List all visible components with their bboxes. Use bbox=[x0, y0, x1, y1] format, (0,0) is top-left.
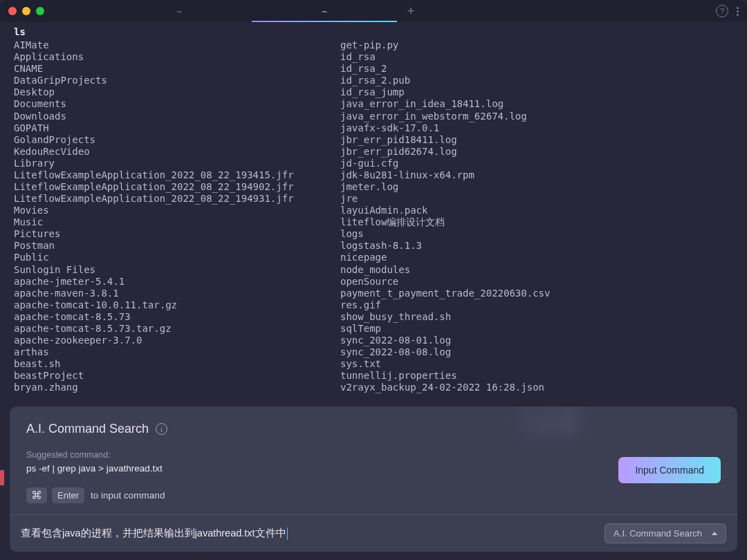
file-item: LiteflowExampleApplication_2022_08_22_19… bbox=[14, 193, 340, 205]
info-icon[interactable]: i bbox=[156, 423, 167, 435]
ls-output: AIMateApplicationsCNAMEDataGripProjectsD… bbox=[14, 39, 733, 393]
file-item: id_rsa_2.pub bbox=[340, 75, 733, 86]
more-menu-icon[interactable] bbox=[737, 7, 739, 16]
file-item: LiteflowExampleApplication_2022_08_22_19… bbox=[14, 169, 340, 181]
file-item: show_busy_thread.sh bbox=[340, 311, 733, 323]
file-item: beast.sh bbox=[14, 358, 340, 370]
file-item: logs bbox=[340, 228, 733, 240]
file-item: sync_2022-08-08.log bbox=[340, 346, 733, 358]
enter-key-badge: Enter bbox=[52, 487, 84, 503]
file-item: sync_2022-08-01.log bbox=[340, 335, 733, 346]
suggested-label: Suggested command: bbox=[26, 450, 618, 460]
new-tab-button[interactable]: + bbox=[397, 0, 425, 22]
minimize-window-button[interactable] bbox=[22, 7, 30, 15]
file-item: DataGripProjects bbox=[14, 75, 340, 86]
cmd-key-icon: ⌘ bbox=[26, 487, 47, 503]
ai-panel-title: A.I. Command Search i bbox=[26, 422, 721, 436]
tab-1[interactable]: ~ bbox=[107, 0, 252, 22]
suggested-command-text: ps -ef | grep java > javathread.txt bbox=[26, 463, 618, 474]
file-item: node_modules bbox=[340, 264, 733, 276]
file-item: res.gif bbox=[340, 299, 733, 311]
file-item: CNAME bbox=[14, 63, 340, 75]
suggested-section: Suggested command: ps -ef | grep java > … bbox=[26, 450, 618, 503]
plus-icon: + bbox=[407, 4, 415, 19]
file-item: Movies bbox=[14, 205, 340, 216]
tab-label: ~ bbox=[176, 6, 182, 17]
close-window-button[interactable] bbox=[8, 7, 17, 15]
file-item: apache-tomcat-8.5.73 bbox=[14, 311, 340, 323]
file-column-1: AIMateApplicationsCNAMEDataGripProjectsD… bbox=[14, 39, 340, 393]
file-item: jbr_err_pid62674.log bbox=[340, 146, 733, 158]
file-item: java_error_in_webstorm_62674.log bbox=[340, 111, 733, 122]
file-item: bryan.zhang bbox=[14, 382, 340, 393]
file-item: id_rsa bbox=[340, 51, 733, 63]
ai-panel-footer: 查看包含java的进程，并把结果输出到javathread.txt文件中 A.I… bbox=[10, 514, 737, 552]
file-item: Desktop bbox=[14, 86, 340, 98]
file-item: apache-maven-3.8.1 bbox=[14, 288, 340, 299]
file-item: apache-tomcat-10.0.11.tar.gz bbox=[14, 299, 340, 311]
ai-search-input[interactable]: 查看包含java的进程，并把结果输出到javathread.txt文件中 bbox=[21, 527, 605, 540]
error-indicator bbox=[0, 470, 4, 485]
maximize-window-button[interactable] bbox=[36, 7, 44, 15]
terminal-window: ~ ~ + ? ls AIMateApplicationsCNAMEDataGr… bbox=[0, 0, 747, 560]
ai-command-panel: A.I. Command Search i Suggested command:… bbox=[10, 407, 737, 552]
file-item: jmeter.log bbox=[340, 181, 733, 193]
file-item: tunnellij.properties bbox=[340, 370, 733, 382]
file-item: GolandProjects bbox=[14, 134, 340, 146]
file-item: Postman bbox=[14, 240, 340, 252]
file-item: jbr_err_pid18411.log bbox=[340, 134, 733, 146]
file-item: liteflow编排设计文档 bbox=[340, 216, 733, 228]
file-item: Sunlogin Files bbox=[14, 264, 340, 276]
chevron-up-icon bbox=[712, 532, 717, 535]
file-item: logstash-8.1.3 bbox=[340, 240, 733, 252]
file-item: javafx-sdk-17.0.1 bbox=[340, 122, 733, 134]
tabs-bar: ~ ~ + bbox=[107, 0, 425, 22]
file-item: sys.txt bbox=[340, 358, 733, 370]
ai-mode-dropdown[interactable]: A.I. Command Search bbox=[605, 523, 726, 543]
help-icon[interactable]: ? bbox=[716, 5, 728, 17]
text-cursor bbox=[287, 528, 288, 540]
file-item: sqlTemp bbox=[340, 323, 733, 335]
file-item: openSource bbox=[340, 276, 733, 288]
file-item: nicepage bbox=[340, 252, 733, 263]
window-controls bbox=[8, 7, 44, 15]
titlebar-actions: ? bbox=[716, 5, 739, 17]
file-item: apache-zookeeper-3.7.0 bbox=[14, 335, 340, 346]
file-item: layuiAdmin.pack bbox=[340, 205, 733, 216]
file-item: jd-gui.cfg bbox=[340, 158, 733, 169]
file-item: beastProject bbox=[14, 370, 340, 382]
titlebar: ~ ~ + ? bbox=[0, 0, 747, 22]
file-item: Music bbox=[14, 216, 340, 228]
input-command-button[interactable]: Input Command bbox=[618, 457, 721, 483]
file-item: arthas bbox=[14, 346, 340, 358]
hint-text: to input command bbox=[91, 490, 165, 501]
file-item: java_error_in_idea_18411.log bbox=[340, 98, 733, 110]
file-column-2: get-pip.pyid_rsaid_rsa_2id_rsa_2.pubid_r… bbox=[340, 39, 733, 393]
file-item: Pictures bbox=[14, 228, 340, 240]
tab-label: ~ bbox=[322, 6, 327, 17]
file-item: apache-tomcat-8.5.73.tar.gz bbox=[14, 323, 340, 335]
file-item: id_rsa_jump bbox=[340, 86, 733, 98]
file-item: jre bbox=[340, 193, 733, 205]
file-item: get-pip.py bbox=[340, 39, 733, 51]
file-item: Public bbox=[14, 252, 340, 263]
file-item: v2rayx_backup_24-02-2022 16:28.json bbox=[340, 382, 733, 393]
file-item: Documents bbox=[14, 98, 340, 110]
tab-2-active[interactable]: ~ bbox=[252, 0, 397, 22]
file-item: KedouRecVideo bbox=[14, 146, 340, 158]
file-item: AIMate bbox=[14, 39, 340, 51]
command-prompt: ls bbox=[14, 26, 733, 38]
file-item: Downloads bbox=[14, 111, 340, 122]
file-item: LiteflowExampleApplication_2022_08_22_19… bbox=[14, 181, 340, 193]
file-item: GOPATH bbox=[14, 122, 340, 134]
search-input-text: 查看包含java的进程，并把结果输出到javathread.txt文件中 bbox=[21, 527, 288, 540]
keyboard-hint: ⌘ Enter to input command bbox=[26, 487, 618, 503]
file-item: Library bbox=[14, 158, 340, 169]
file-item: jdk-8u281-linux-x64.rpm bbox=[340, 169, 733, 181]
file-item: apache-jmeter-5.4.1 bbox=[14, 276, 340, 288]
file-item: id_rsa_2 bbox=[340, 63, 733, 75]
file-item: payment_t_payment_trade_20220630.csv bbox=[340, 288, 733, 299]
file-item: Applications bbox=[14, 51, 340, 63]
